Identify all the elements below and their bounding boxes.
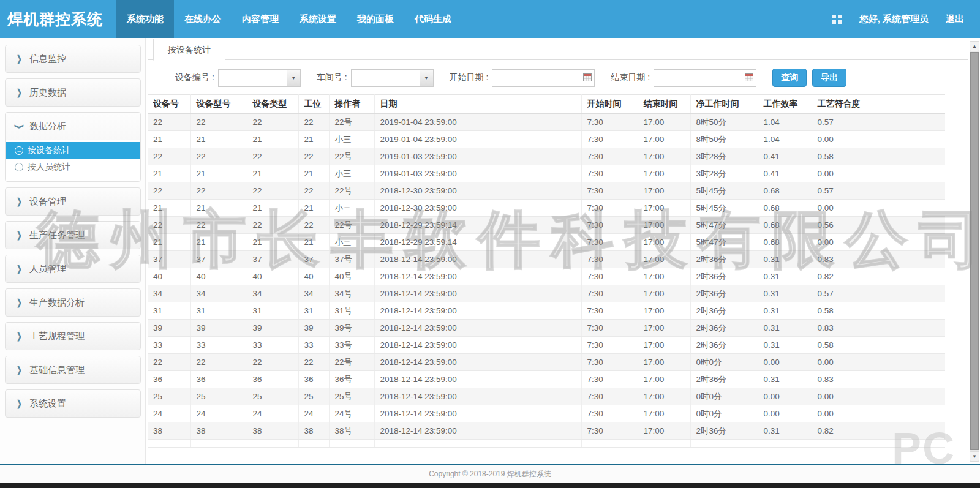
sidebar-subitem-2-1[interactable]: →按人员统计 xyxy=(6,159,140,175)
table-cell: 22 xyxy=(190,148,247,165)
table-cell: 7:30 xyxy=(581,182,638,200)
table-cell: 17:00 xyxy=(638,251,690,268)
sidebar-item-4[interactable]: ❯生产任务管理 xyxy=(6,222,140,249)
export-button[interactable]: 导出 xyxy=(812,69,846,87)
device-no-dropdown-button[interactable]: ▼ xyxy=(287,69,301,87)
sidebar-item-3[interactable]: ❯设备管理 xyxy=(6,188,140,215)
chevron-down-icon: ▼ xyxy=(424,75,429,81)
table-cell: 22 xyxy=(247,217,298,234)
column-header-5: 日期 xyxy=(374,95,581,114)
chevron-right-icon: ❯ xyxy=(17,298,22,308)
scroll-down-button[interactable]: ▼ xyxy=(970,451,979,462)
table-cell xyxy=(148,440,190,448)
arrow-circle-icon: → xyxy=(15,163,23,171)
table-cell: 38号 xyxy=(329,422,374,440)
query-button[interactable]: 查询 xyxy=(772,69,807,87)
nav-item-5[interactable]: 代码生成 xyxy=(404,0,462,38)
table-cell: 17:00 xyxy=(638,422,690,440)
scroll-up-button[interactable]: ▲ xyxy=(970,41,979,51)
table-cell: 40 xyxy=(298,268,329,285)
nav-item-3[interactable]: 系统设置 xyxy=(289,0,347,38)
user-greeting[interactable]: 您好, 系统管理员 xyxy=(859,13,929,25)
table-cell xyxy=(374,440,581,448)
nav-item-4[interactable]: 我的面板 xyxy=(347,0,404,38)
table-cell: 39号 xyxy=(329,320,374,337)
table-cell: 0.83 xyxy=(812,320,945,337)
sidebar-group-2: ❯数据分析→按设备统计→按人员统计 xyxy=(5,112,141,182)
table-cell: 7:30 xyxy=(581,354,638,371)
table-cell: 34 xyxy=(148,285,190,302)
tab-device-statistics[interactable]: 按设备统计 xyxy=(153,39,225,61)
table-cell: 7:30 xyxy=(581,200,638,217)
sidebar-item-6[interactable]: ❯生产数据分析 xyxy=(6,289,140,316)
table-cell: 40号 xyxy=(329,268,374,285)
sidebar-item-2[interactable]: ❯数据分析 xyxy=(6,113,140,140)
table-cell: 37 xyxy=(190,251,247,268)
nav-item-1[interactable]: 在线办公 xyxy=(174,0,232,38)
start-date-box xyxy=(492,69,595,87)
device-no-input[interactable] xyxy=(218,69,287,87)
calendar-icon[interactable] xyxy=(583,73,592,81)
table-row-15: 3636363636号2018-12-14 23:59:007:3017:002… xyxy=(148,371,945,388)
table-row-3: 21212121小三2019-01-03 23:59:007:3017:003时… xyxy=(148,165,945,182)
calendar-icon[interactable] xyxy=(745,73,753,81)
table-cell: 38 xyxy=(190,422,247,440)
end-date-input[interactable] xyxy=(654,69,756,87)
column-header-9: 工作效率 xyxy=(758,95,812,114)
table-cell: 7:30 xyxy=(581,148,638,165)
device-no-combobox: ▼ xyxy=(218,69,301,87)
table-cell: 22 xyxy=(298,217,329,234)
sidebar-item-1[interactable]: ❯历史数据 xyxy=(6,79,140,106)
sidebar-item-5[interactable]: ❯人员管理 xyxy=(6,255,140,282)
chevron-right-icon: ❯ xyxy=(17,331,22,342)
table-cell: 0.58 xyxy=(812,337,945,354)
table-cell: 22 xyxy=(148,148,190,165)
sidebar-group-9: ❯系统设置 xyxy=(5,389,141,418)
grid-menu-icon[interactable] xyxy=(832,15,842,24)
sidebar-item-label: 历史数据 xyxy=(29,87,66,99)
table-cell: 1.04 xyxy=(758,114,812,131)
sidebar-item-label: 信息监控 xyxy=(29,53,66,65)
sidebar-item-0[interactable]: ❯信息监控 xyxy=(6,45,140,72)
scrollbar-thumb[interactable] xyxy=(970,52,979,450)
sidebar-item-7[interactable]: ❯工艺规程管理 xyxy=(6,323,140,350)
table-cell: 31 xyxy=(298,302,329,320)
table-cell: 33 xyxy=(247,337,298,354)
table-row-11: 3131313131号2018-12-14 23:59:007:3017:002… xyxy=(148,302,945,320)
table-cell: 40 xyxy=(148,268,190,285)
sidebar: ❯信息监控❯历史数据❯数据分析→按设备统计→按人员统计❯设备管理❯生产任务管理❯… xyxy=(0,38,145,464)
nav-item-2[interactable]: 内容管理 xyxy=(232,0,289,38)
table-cell: 0.00 xyxy=(812,405,945,422)
table-cell: 0.57 xyxy=(812,114,945,131)
table-cell: 25 xyxy=(190,388,247,405)
table-row-17: 2424242424号2018-12-14 23:59:007:3017:000… xyxy=(148,405,945,422)
column-header-1: 设备型号 xyxy=(190,95,247,114)
table-cell xyxy=(638,440,690,448)
workshop-no-input[interactable] xyxy=(351,69,420,87)
table-row-8: 3737373737号2018-12-14 23:59:007:3017:002… xyxy=(148,251,945,268)
table-cell: 2时36分 xyxy=(690,285,758,302)
table-row-7: 21212121小三2018-12-29 23:59:147:3017:005时… xyxy=(148,234,945,251)
sidebar-item-9[interactable]: ❯系统设置 xyxy=(6,390,140,417)
vertical-scrollbar[interactable]: ▲ ▼ xyxy=(970,41,979,462)
table-cell: 2时36分 xyxy=(690,268,758,285)
column-header-7: 结束时间 xyxy=(638,95,690,114)
workshop-no-dropdown-button[interactable]: ▼ xyxy=(420,69,434,87)
sidebar-item-label: 生产任务管理 xyxy=(29,230,85,241)
table-cell: 22 xyxy=(247,354,298,371)
logout-button[interactable]: 退出 xyxy=(946,13,964,25)
table-cell: 37 xyxy=(247,251,298,268)
nav-item-0[interactable]: 系统功能 xyxy=(116,0,174,38)
table-cell: 34 xyxy=(298,285,329,302)
sidebar-item-8[interactable]: ❯基础信息管理 xyxy=(6,356,140,383)
table-cell: 7:30 xyxy=(581,251,638,268)
table-cell: 36 xyxy=(148,371,190,388)
table-cell: 5时45分 xyxy=(690,182,758,200)
table-cell: 0.31 xyxy=(758,285,812,302)
chevron-down-icon: ▼ xyxy=(291,75,296,81)
table-cell: 0.31 xyxy=(758,320,812,337)
start-date-input[interactable] xyxy=(492,69,595,87)
table-cell: 17:00 xyxy=(638,148,690,165)
page-body: ❯信息监控❯历史数据❯数据分析→按设备统计→按人员统计❯设备管理❯生产任务管理❯… xyxy=(0,38,980,464)
sidebar-subitem-2-0[interactable]: →按设备统计 xyxy=(6,142,140,159)
